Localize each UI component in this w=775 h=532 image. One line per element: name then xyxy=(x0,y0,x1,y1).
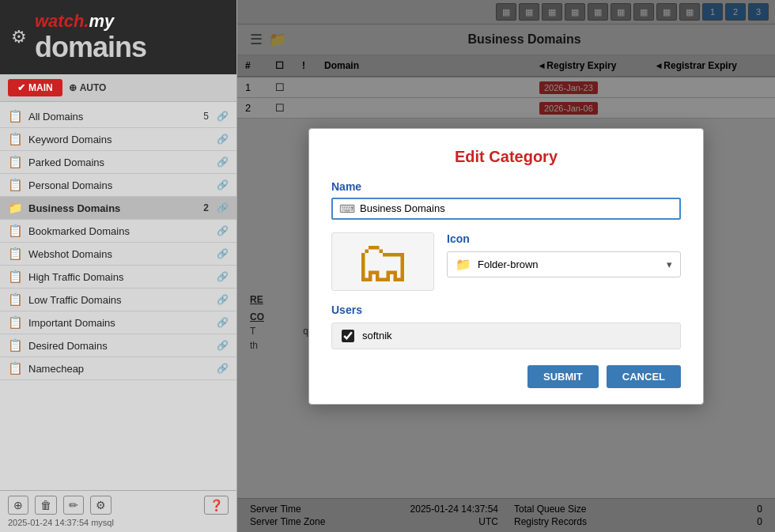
nav-link-icon: 🔗 xyxy=(217,294,229,305)
icon-select-text: Folder-brown xyxy=(478,258,660,270)
folder-preview-icon: 🗂 xyxy=(354,233,411,290)
nav-icon: 📋 xyxy=(8,247,24,261)
nav-label: Personal Domains xyxy=(28,179,212,191)
nav-label: Webshot Domains xyxy=(28,248,212,260)
logo-area: ⚙ watch.my domains xyxy=(0,0,236,74)
logo-watch: watch. xyxy=(35,11,89,31)
nav-label: Namecheap xyxy=(28,363,212,375)
nav-label: Desired Domains xyxy=(28,340,212,352)
nav-link-icon: 🔗 xyxy=(217,202,229,213)
nav-link-icon: 🔗 xyxy=(217,225,229,236)
logo-text: watch.my domains xyxy=(35,11,146,64)
modal-middle: 🗂 Icon 📁 Folder-brown ▾ xyxy=(331,232,681,291)
modal-overlay: Edit Category Name ⌨ 🗂 Icon 📁 Folder-bro… xyxy=(237,0,775,532)
modal-footer: SUBMIT CANCEL xyxy=(331,365,681,388)
nav-label: Keyword Domains xyxy=(28,134,212,145)
plus-circle-icon: ⊕ xyxy=(69,82,77,93)
sidebar-actions: ⊕ 🗑 ✏ ⚙ ❓ xyxy=(8,496,229,515)
nav-link-icon: 🔗 xyxy=(217,317,229,328)
name-input-wrapper: ⌨ xyxy=(331,198,681,220)
icon-select-wrapper[interactable]: 📁 Folder-brown ▾ xyxy=(447,251,681,277)
logo-domains: domains xyxy=(35,31,146,63)
sidebar-item-important-domains[interactable]: 📋 Important Domains 🔗 xyxy=(0,311,236,334)
chevron-down-icon: ▾ xyxy=(667,258,672,270)
settings-button[interactable]: ⚙ xyxy=(90,496,112,515)
nav-link-icon: 🔗 xyxy=(217,111,229,122)
edit-category-modal: Edit Category Name ⌨ 🗂 Icon 📁 Folder-bro… xyxy=(308,128,704,405)
nav-link-icon: 🔗 xyxy=(217,340,229,351)
keyboard-icon: ⌨ xyxy=(339,202,355,215)
nav-link-icon: 🔗 xyxy=(217,179,229,191)
nav-link-icon: 🔗 xyxy=(217,248,229,259)
user-name: softnik xyxy=(362,330,392,341)
nav-link-icon: 🔗 xyxy=(217,157,229,168)
nav-count: 2 xyxy=(203,202,209,213)
main-button[interactable]: ✔ MAIN xyxy=(8,79,62,96)
nav-link-icon: 🔗 xyxy=(217,271,229,282)
sidebar-item-parked-domains[interactable]: 📋 Parked Domains 🔗 xyxy=(0,151,236,174)
sidebar-item-personal-domains[interactable]: 📋 Personal Domains 🔗 xyxy=(0,174,236,197)
users-field-label: Users xyxy=(331,304,681,316)
logo-my: my xyxy=(89,11,114,31)
name-field-label: Name xyxy=(331,180,681,193)
sidebar-item-high-traffic-domains[interactable]: 📋 High Traffic Domains 🔗 xyxy=(0,266,236,289)
delete-category-button[interactable]: 🗑 xyxy=(35,496,57,515)
folder-brown-icon: 📁 xyxy=(456,257,471,272)
sidebar-item-desired-domains[interactable]: 📋 Desired Domains 🔗 xyxy=(0,334,236,357)
user-checkbox[interactable] xyxy=(342,330,354,342)
gear-icon[interactable]: ⚙ xyxy=(11,27,27,47)
nav-label: Parked Domains xyxy=(28,157,212,168)
sidebar-item-webshot-domains[interactable]: 📋 Webshot Domains 🔗 xyxy=(0,243,236,266)
check-icon: ✔ xyxy=(17,82,25,93)
add-category-button[interactable]: ⊕ xyxy=(8,496,28,515)
nav-icon: 📋 xyxy=(8,155,24,169)
sidebar-item-keyword-domains[interactable]: 📋 Keyword Domains 🔗 xyxy=(0,128,236,151)
nav-list: 📋 All Domains 5 🔗 📋 Keyword Domains 🔗 📋 … xyxy=(0,102,236,490)
main-content: ▦▦▦▦▦▦▦▦▦123 ☰ 📁 Business Domains # ☐ ! … xyxy=(237,0,775,532)
icon-selector-area: Icon 📁 Folder-brown ▾ xyxy=(447,232,681,291)
main-auto-bar: ✔ MAIN ⊕ AUTO xyxy=(0,74,236,102)
sidebar-item-all-domains[interactable]: 📋 All Domains 5 🔗 xyxy=(0,105,236,128)
nav-label: Business Domains xyxy=(28,202,198,214)
nav-label: Important Domains xyxy=(28,317,212,329)
nav-count: 5 xyxy=(203,111,209,122)
edit-category-button[interactable]: ✏ xyxy=(63,496,84,515)
nav-icon: 📋 xyxy=(8,292,24,307)
nav-label: High Traffic Domains xyxy=(28,271,212,283)
nav-icon: 📋 xyxy=(8,361,24,375)
sidebar-item-namecheap[interactable]: 📋 Namecheap 🔗 xyxy=(0,357,236,380)
sidebar-footer: ⊕ 🗑 ✏ ⚙ ❓ 2025-01-24 14:37:54 mysql xyxy=(0,490,236,532)
sidebar: ⚙ watch.my domains ✔ MAIN ⊕ AUTO 📋 All D… xyxy=(0,0,237,532)
name-input[interactable] xyxy=(360,202,673,214)
modal-title: Edit Category xyxy=(331,148,681,166)
nav-icon: 📁 xyxy=(8,201,24,215)
nav-icon: 📋 xyxy=(8,109,24,123)
submit-button[interactable]: SUBMIT xyxy=(527,365,599,388)
nav-icon: 📋 xyxy=(8,224,24,238)
sidebar-item-bookmarked-domains[interactable]: 📋 Bookmarked Domains 🔗 xyxy=(0,220,236,243)
nav-label: Bookmarked Domains xyxy=(28,225,212,237)
nav-icon: 📋 xyxy=(8,132,24,146)
auto-button[interactable]: ⊕ AUTO xyxy=(69,82,107,93)
nav-icon: 📋 xyxy=(8,270,24,284)
icon-preview-box: 🗂 xyxy=(331,232,434,291)
nav-icon: 📋 xyxy=(8,338,24,353)
nav-label: Low Traffic Domains xyxy=(28,294,212,306)
help-button[interactable]: ❓ xyxy=(204,496,229,515)
nav-link-icon: 🔗 xyxy=(217,134,229,145)
sidebar-item-low-traffic-domains[interactable]: 📋 Low Traffic Domains 🔗 xyxy=(0,289,236,311)
user-row: softnik xyxy=(331,323,681,349)
icon-field-label: Icon xyxy=(447,232,681,245)
sidebar-time: 2025-01-24 14:37:54 mysql xyxy=(8,518,229,527)
nav-icon: 📋 xyxy=(8,178,24,192)
sidebar-item-business-domains[interactable]: 📁 Business Domains 2 🔗 xyxy=(0,197,236,220)
nav-link-icon: 🔗 xyxy=(217,363,229,374)
cancel-button[interactable]: CANCEL xyxy=(607,365,681,388)
nav-label: All Domains xyxy=(28,111,198,123)
nav-icon: 📋 xyxy=(8,315,24,330)
